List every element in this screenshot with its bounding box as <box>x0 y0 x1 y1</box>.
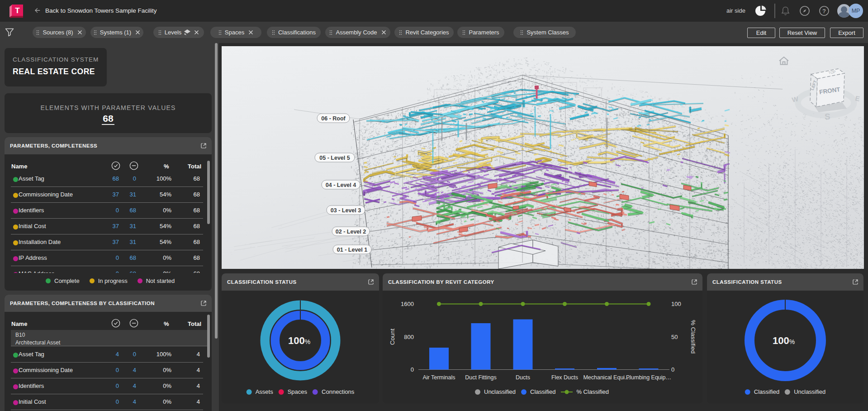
svg-text:05 - Level 5: 05 - Level 5 <box>319 155 350 161</box>
svg-text:S: S <box>825 112 830 121</box>
svg-text:Ducts: Ducts <box>516 374 530 381</box>
svg-text:?: ? <box>822 8 826 14</box>
svg-text:Air Terminals: Air Terminals <box>422 374 455 381</box>
svg-text:T: T <box>15 6 20 15</box>
svg-text:Duct Fittings: Duct Fittings <box>465 374 496 381</box>
svg-text:Mechanical Equi…: Mechanical Equi… <box>583 374 630 381</box>
svg-text:06 - Roof: 06 - Roof <box>321 115 346 122</box>
svg-text:Flex Ducts: Flex Ducts <box>551 374 578 381</box>
svg-text:100: 100 <box>671 301 681 307</box>
svg-text:01 - Level 1: 01 - Level 1 <box>337 247 367 253</box>
svg-text:Plumbing Equip…: Plumbing Equip… <box>626 374 671 381</box>
svg-text:04 - Level 4: 04 - Level 4 <box>326 182 356 188</box>
svg-text:02 - Level 2: 02 - Level 2 <box>336 229 366 235</box>
svg-text:800: 800 <box>404 334 414 340</box>
svg-text:03 - Level 3: 03 - Level 3 <box>331 207 361 214</box>
svg-text:Count: Count <box>389 329 396 345</box>
svg-text:50: 50 <box>671 334 678 340</box>
svg-text:0: 0 <box>671 366 674 373</box>
svg-text:0: 0 <box>411 366 414 373</box>
svg-text:% Classified: % Classified <box>690 320 697 354</box>
svg-text:1600: 1600 <box>401 301 414 307</box>
